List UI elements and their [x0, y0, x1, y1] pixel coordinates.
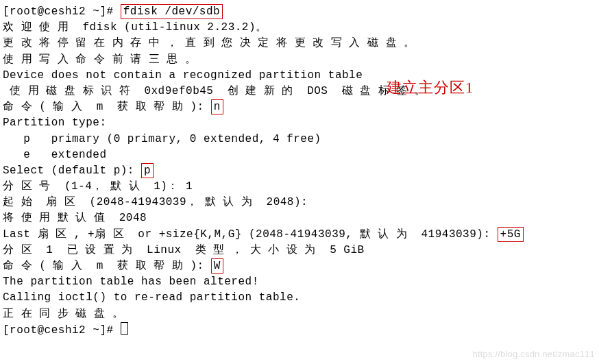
line-ioctl: Calling ioctl() to re-read partition tab… [3, 290, 596, 306]
line-welcome: 欢 迎 使 用 fdisk (util-linux 2.23.2)。 [3, 20, 596, 36]
line-partnum: 分 区 号 (1-4， 默 认 1)： 1 [3, 179, 596, 195]
select-text: Select (default p): [3, 165, 141, 177]
highlight-size: +5G [498, 227, 524, 242]
shell-prompt-2: [root@ceshi2 ~]# [3, 324, 121, 337]
line-default-2048: 将 使 用 默 认 值 2048 [3, 210, 596, 226]
last-sector-text: Last 扇 区 , +扇 区 or +size{K,M,G} (2048-41… [3, 228, 498, 241]
highlight-fdisk-cmd: fdisk /dev/sdb [121, 4, 223, 19]
line-primary: p primary (0 primary, 0 extended, 4 free… [3, 132, 596, 147]
line-cmd-w: 命 令 ( 输 入 m 获 取 帮 助 ): W [3, 258, 596, 274]
line-cmd: [root@ceshi2 ~]# fdisk /dev/sdb [3, 4, 596, 20]
line-cmd-n: 命 令 ( 输 入 m 获 取 帮 助 ): n [3, 99, 596, 115]
annotation-main-partition: 建立主分区1 [387, 77, 474, 99]
watermark-text: https://blog.csdn.net/zmac111 [472, 348, 595, 361]
line-memory-note: 更 改 将 停 留 在 内 存 中 ， 直 到 您 决 定 将 更 改 写 入 … [3, 36, 596, 51]
cursor-icon[interactable] [121, 322, 128, 335]
line-select-p: Select (default p): p [3, 163, 596, 179]
highlight-w: W [211, 258, 223, 274]
line-extended: e extended [3, 147, 596, 163]
highlight-n: n [211, 99, 223, 114]
line-think-note: 使 用 写 入 命 令 前 请 三 思 。 [3, 52, 596, 68]
line-partition-type: Partition type: [3, 115, 596, 131]
line-dos-label: 使 用 磁 盘 标 识 符 0xd9ef0b45 创 建 新 的 DOS 磁 盘… [3, 84, 596, 99]
line-device-table: Device does not contain a recognized par… [3, 68, 596, 84]
line-set-linux: 分 区 1 已 设 置 为 Linux 类 型 ， 大 小 设 为 5 GiB [3, 243, 596, 258]
line-altered: The partition table has been altered! [3, 274, 596, 290]
line-sync: 正 在 同 步 磁 盘 。 [3, 306, 596, 322]
cmd-prompt-text: 命 令 ( 输 入 m 获 取 帮 助 ): [3, 101, 211, 113]
line-prompt-end: [root@ceshi2 ~]# [3, 322, 596, 339]
line-first-sector: 起 始 扇 区 (2048-41943039， 默 认 为 2048): [3, 195, 596, 210]
line-last-sector: Last 扇 区 , +扇 区 or +size{K,M,G} (2048-41… [3, 227, 596, 243]
cmd-prompt-text-2: 命 令 ( 输 入 m 获 取 帮 助 ): [3, 260, 211, 272]
highlight-p: p [141, 163, 154, 178]
shell-prompt: [root@ceshi2 ~]# [3, 5, 121, 18]
